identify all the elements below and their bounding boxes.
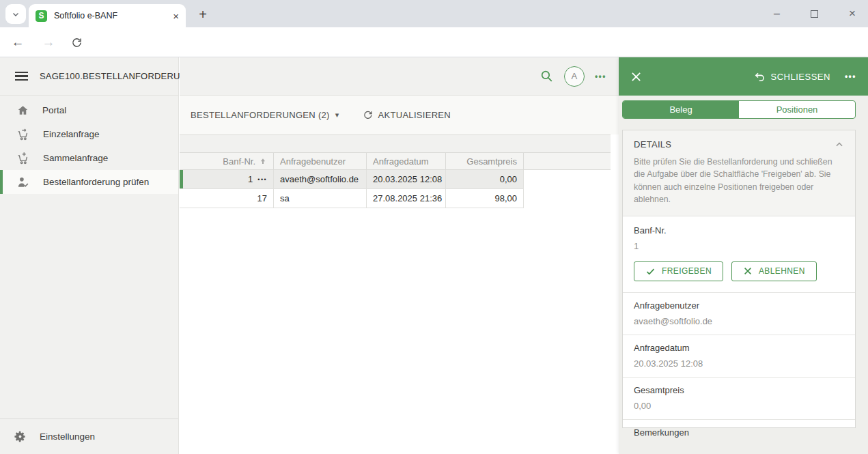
cell-anfragebenutzer: avaeth@softfolio.de bbox=[274, 170, 367, 188]
sidebar-item-label: Einzelanfrage bbox=[43, 129, 100, 139]
collection-dropdown[interactable]: BESTELLANFORDERUNGEN (2) ▾ bbox=[191, 110, 339, 120]
sidebar-item-einstellungen[interactable]: Einstellungen bbox=[0, 418, 178, 454]
search-icon[interactable] bbox=[540, 69, 554, 83]
column-header-gesamtpreis[interactable]: Gesamtpreis bbox=[446, 153, 524, 169]
softfolio-favicon: S bbox=[36, 10, 47, 22]
detail-tabs: Beleg Positionen bbox=[622, 100, 856, 119]
sidebar-footer-label: Einstellungen bbox=[40, 431, 95, 442]
detail-panel-header: SCHLIESSEN ••• bbox=[619, 57, 868, 96]
app-title: SAGE100.BESTELLANFORDERUNG bbox=[40, 71, 194, 81]
schliessen-button[interactable]: SCHLIESSEN bbox=[754, 71, 830, 83]
ablehnen-button[interactable]: ABLEHNEN bbox=[731, 261, 817, 281]
cell-banf-nr: 17 bbox=[257, 193, 267, 203]
cart-arrow-icon bbox=[16, 128, 30, 141]
schliessen-label: SCHLIESSEN bbox=[771, 72, 830, 82]
collection-label: BESTELLANFORDERUNGEN (2) bbox=[191, 110, 330, 120]
check-icon bbox=[645, 266, 656, 276]
main-content: A ••• BESTELLANFORDERUNGEN (2) ▾ AKTUALI… bbox=[180, 57, 619, 454]
user-avatar[interactable]: A bbox=[564, 66, 585, 87]
requests-table: Banf-Nr. Anfragebenutzer Anfragedatum Ge… bbox=[180, 153, 611, 208]
column-label: Banf-Nr. bbox=[223, 156, 255, 167]
refresh-button[interactable]: AKTUALISIEREN bbox=[363, 110, 451, 120]
field-label: Bemerkungen bbox=[634, 427, 844, 438]
column-header-banf-nr[interactable]: Banf-Nr. bbox=[180, 153, 274, 169]
new-tab-button[interactable]: + bbox=[194, 5, 212, 23]
chevron-down-icon bbox=[12, 10, 20, 18]
sidebar-item-einzelanfrage[interactable]: Einzelanfrage bbox=[0, 122, 178, 146]
column-header-filler bbox=[524, 153, 611, 169]
sidebar-header: SAGE100.BESTELLANFORDERUNG bbox=[0, 57, 178, 96]
browser-tab-strip: S Softfolio e-BANF × + – × bbox=[0, 0, 868, 27]
tab-positionen[interactable]: Positionen bbox=[739, 101, 855, 118]
sidebar-item-label: Sammelanfrage bbox=[43, 153, 108, 163]
ablehnen-label: ABLEHNEN bbox=[759, 266, 805, 276]
maximize-icon[interactable] bbox=[811, 10, 818, 18]
field-value: avaeth@softfolio.de bbox=[634, 316, 844, 326]
minimize-icon[interactable]: – bbox=[774, 8, 780, 20]
forward-icon[interactable]: → bbox=[40, 35, 57, 50]
undo-icon bbox=[754, 71, 766, 83]
app-menu-icon[interactable]: ••• bbox=[595, 72, 606, 81]
field-bemerkungen: Bemerkungen bbox=[623, 419, 855, 451]
list-toolbar: BESTELLANFORDERUNGEN (2) ▾ AKTUALISIEREN bbox=[180, 96, 619, 134]
freigeben-button[interactable]: FREIGEBEN bbox=[634, 261, 723, 281]
sidebar-nav: Portal Einzelanfrage Sammelanfrage Beste… bbox=[0, 96, 178, 194]
tab-beleg[interactable]: Beleg bbox=[623, 101, 739, 118]
panel-menu-icon[interactable]: ••• bbox=[845, 72, 856, 81]
table-header-row: Banf-Nr. Anfragebenutzer Anfragedatum Ge… bbox=[180, 153, 611, 170]
freigeben-label: FREIGEBEN bbox=[662, 266, 712, 276]
cell-banf-nr: 1 bbox=[248, 174, 253, 184]
collapse-chevron-up-icon[interactable] bbox=[835, 140, 844, 150]
column-header-anfragedatum[interactable]: Anfragedatum bbox=[367, 153, 446, 169]
cell-gesamtpreis: 98,00 bbox=[446, 189, 524, 208]
window-close-icon[interactable]: × bbox=[849, 7, 856, 20]
row-actions-icon[interactable]: ••• bbox=[257, 176, 267, 183]
home-icon bbox=[16, 104, 29, 117]
sidebar-item-portal[interactable]: Portal bbox=[0, 98, 178, 122]
sidebar-item-sammelanfrage[interactable]: Sammelanfrage bbox=[0, 146, 178, 170]
field-value: 1 bbox=[634, 241, 844, 251]
app-header: A ••• bbox=[180, 57, 619, 96]
field-anfragedatum: Anfragedatum 20.03.2025 12:08 bbox=[623, 335, 855, 377]
tab-close-icon[interactable]: × bbox=[173, 11, 179, 21]
field-value: 0,00 bbox=[634, 401, 844, 411]
x-icon bbox=[743, 266, 753, 276]
grid-group-panel bbox=[180, 134, 611, 153]
refresh-label: AKTUALISIEREN bbox=[378, 110, 451, 120]
gear-icon bbox=[14, 430, 27, 443]
table-row[interactable]: 1 ••• avaeth@softfolio.de 20.03.2025 12:… bbox=[180, 170, 524, 189]
column-header-anfragebenutzer[interactable]: Anfragebenutzer bbox=[274, 153, 367, 169]
field-banf-nr: Banf-Nr. 1 FREIGEBEN ABLEHNEN bbox=[623, 216, 855, 292]
field-label: Banf-Nr. bbox=[634, 225, 844, 236]
table-row[interactable]: 17 sa 27.08.2025 21:36 98,00 bbox=[180, 189, 524, 208]
field-label: Anfragedatum bbox=[634, 343, 844, 353]
refresh-icon bbox=[363, 110, 373, 120]
back-icon[interactable]: ← bbox=[10, 35, 26, 50]
cell-anfragedatum: 27.08.2025 21:36 bbox=[367, 189, 446, 208]
sidebar-item-bestellanforderung-pruefen[interactable]: Bestellanforderung prüfen bbox=[0, 170, 178, 194]
detail-panel: SCHLIESSEN ••• Beleg Positionen DETAILS … bbox=[619, 57, 868, 454]
sidebar: SAGE100.BESTELLANFORDERUNG Portal Einzel… bbox=[0, 57, 179, 454]
cell-anfragedatum: 20.03.2025 12:08 bbox=[367, 170, 446, 188]
caret-down-icon: ▾ bbox=[335, 111, 339, 119]
close-icon[interactable] bbox=[630, 71, 642, 83]
field-label: Gesamtpreis bbox=[634, 385, 844, 395]
reload-icon[interactable] bbox=[71, 37, 83, 48]
field-anfragebenutzer: Anfragebenutzer avaeth@softfolio.de bbox=[623, 292, 855, 335]
hamburger-menu-icon[interactable] bbox=[15, 69, 28, 83]
tab-search-button[interactable] bbox=[5, 4, 26, 24]
sidebar-item-label: Bestellanforderung prüfen bbox=[43, 177, 149, 187]
details-description: Bitte prüfen Sie die Bestellanforderung … bbox=[634, 156, 844, 206]
tab-title: Softfolio e-BANF bbox=[54, 11, 117, 20]
browser-toolbar: ← → softfolio-sales.mydata.stream/portal… bbox=[0, 27, 868, 57]
field-gesamtpreis: Gesamtpreis 0,00 bbox=[623, 377, 855, 419]
selected-row-indicator bbox=[180, 170, 183, 188]
field-label: Anfragebenutzer bbox=[634, 300, 844, 311]
person-check-icon bbox=[16, 175, 30, 189]
details-title: DETAILS bbox=[634, 139, 671, 150]
browser-tab[interactable]: S Softfolio e-BANF × bbox=[29, 4, 186, 27]
cart-plus-icon bbox=[16, 152, 30, 165]
field-value: 20.03.2025 12:08 bbox=[634, 358, 844, 369]
portal-page: SAGE100.BESTELLANFORDERUNG Portal Einzel… bbox=[0, 57, 868, 454]
details-card-header: DETAILS Bitte prüfen Sie die Bestellanfo… bbox=[623, 130, 855, 216]
